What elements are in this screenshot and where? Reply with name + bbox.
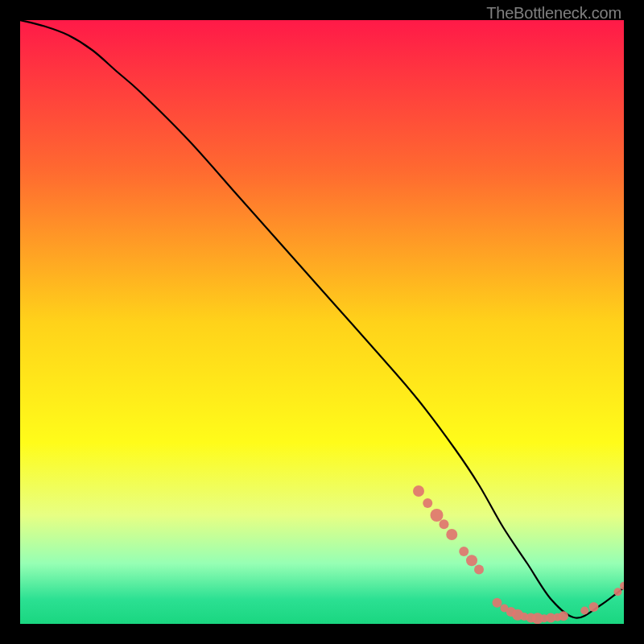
data-point xyxy=(559,611,568,621)
data-point xyxy=(413,485,424,497)
data-point xyxy=(446,529,457,540)
data-point xyxy=(474,565,484,575)
watermark-label: TheBottleneck.com xyxy=(486,4,621,23)
data-point xyxy=(580,607,588,615)
data-point xyxy=(589,602,599,612)
data-point xyxy=(423,498,432,508)
data-point xyxy=(466,555,477,566)
data-point xyxy=(431,509,444,522)
data-point xyxy=(440,519,449,529)
chart-background-gradient xyxy=(20,20,624,624)
data-point xyxy=(459,547,469,556)
bottleneck-chart xyxy=(20,20,624,624)
data-point xyxy=(493,598,502,608)
data-point xyxy=(614,588,622,596)
chart-frame xyxy=(20,20,624,624)
